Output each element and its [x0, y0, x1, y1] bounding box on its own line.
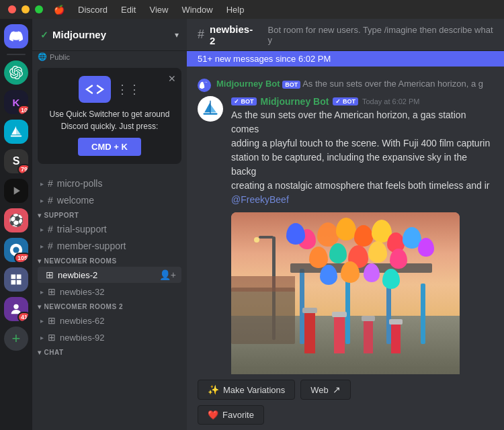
add-member-icon[interactable]: 👤+ [159, 269, 176, 280]
new-messages-bar[interactable]: 51+ new messages since 6:02 PM [187, 51, 504, 67]
apple-menu[interactable]: 🍎 [54, 5, 65, 15]
server-dropdown-icon: ▾ [175, 30, 179, 40]
edit-menu[interactable]: Edit [121, 5, 136, 15]
balloon-teal-1 [329, 243, 347, 263]
external-link-icon: ↗ [333, 384, 341, 395]
streetlight-arm [259, 236, 274, 239]
category-newcomer-rooms[interactable]: ▾ NEWCOMER ROOMS [32, 255, 187, 266]
server-bar: K 10 S 79 ⚽ 105 41 [0, 19, 32, 430]
compact-author: Midjourney Bot [216, 79, 280, 89]
balloon-yellow-3 [368, 241, 387, 263]
channel-item-member-support[interactable]: ▸ # member-support [38, 238, 181, 254]
channel-name: welcome [57, 195, 94, 206]
category-arrow: ▾ [38, 349, 42, 356]
server-icon-blue[interactable]: 105 [4, 238, 28, 262]
channel-item-newbies-92[interactable]: ▸ ⊞ newbies-92 [38, 329, 181, 345]
server-icon-soccer[interactable]: ⚽ [4, 208, 28, 232]
svg-rect-0 [11, 136, 22, 137]
action-bar: ✨ Make Variations Web ↗ [187, 374, 504, 405]
app-name[interactable]: Discord [78, 5, 108, 15]
menu-bar: 🍎 Discord Edit View Window Help [54, 5, 244, 15]
hash-icon: # [48, 224, 53, 234]
hash-icon: ⊞ [48, 315, 56, 326]
balloons-cluster [286, 218, 442, 308]
balloon-blue-3 [320, 265, 337, 285]
channel-item-trial-support[interactable]: ▸ # trial-support [38, 221, 181, 237]
category-arrow: ▾ [38, 257, 42, 265]
make-variations-button[interactable]: ✨ Make Variations [198, 380, 295, 400]
hash-icon: ⊞ [48, 332, 56, 343]
svg-rect-5 [11, 280, 16, 285]
quick-switcher-text: Use Quick Switcher to get around Discord… [46, 108, 173, 132]
balloon-purple-1 [418, 238, 434, 257]
channel-item-micro-polls[interactable]: ▸ # micro-polls [38, 175, 181, 191]
make-variations-label: Make Variations [223, 385, 285, 395]
message-mention: @FreekyBeef [231, 194, 289, 205]
channel-item-welcome[interactable]: ▸ # welcome [38, 192, 181, 208]
favorite-button[interactable]: ❤️ Favorite [198, 405, 264, 425]
window-menu[interactable]: Window [181, 5, 212, 15]
quick-switcher-dots: ⋮⋮ [116, 82, 140, 97]
pump-1 [304, 312, 315, 353]
quick-switcher-icon-row: ⋮⋮ [46, 76, 173, 103]
hash-icon: # [48, 241, 53, 251]
hash-icon: ⊞ [46, 269, 54, 280]
message-content: ✓ BOT Midjourney Bot ✓ BOT Today at 6:02… [231, 96, 493, 374]
favorite-label: Favorite [222, 410, 254, 420]
server-icon-chatgpt[interactable] [4, 60, 28, 85]
chat-channel-desc: Bot room for new users. Type /imagine th… [268, 25, 493, 45]
gas-station-artwork [231, 212, 460, 374]
server-divider [7, 54, 26, 55]
message-text: As the sun sets over the American horizo… [231, 108, 493, 207]
server-icon-purple[interactable]: 41 [4, 297, 28, 321]
server-header[interactable]: ✓ Midjourney ▾ [32, 19, 187, 51]
channel-name: newbies-2 [58, 270, 97, 280]
help-menu[interactable]: Help [226, 5, 245, 15]
svg-point-7 [13, 304, 18, 309]
server-icon-kaiber[interactable]: K 10 [4, 90, 28, 114]
balloon-orange-4 [341, 261, 360, 283]
category-support[interactable]: ▾ SUPPORT [32, 209, 187, 220]
building [231, 288, 295, 344]
pump-2 [334, 316, 345, 353]
quick-switcher-shortcut-button[interactable]: CMD + K [78, 138, 141, 156]
quick-switcher-close[interactable]: ✕ [168, 73, 176, 84]
compact-message-text: As the sun sets over the American horizo… [302, 79, 483, 89]
view-menu[interactable]: View [149, 5, 168, 15]
channel-arrow-icon: ▸ [40, 317, 44, 325]
channel-hash-icon: # [198, 28, 204, 42]
minimize-button[interactable] [22, 5, 30, 13]
web-button[interactable]: Web ↗ [300, 380, 351, 400]
channel-item-newbies-32[interactable]: ▸ ⊞ newbies-32 [38, 284, 181, 300]
bot-avatar [198, 96, 223, 122]
category-newcomer-rooms-2[interactable]: ▾ NEWCOMER ROOMS 2 [32, 300, 187, 312]
message-header: ✓ BOT Midjourney Bot ✓ BOT Today at 6:02… [231, 96, 493, 107]
compact-text: Midjourney Bot BOT As the sun sets over … [216, 79, 493, 89]
quick-switcher-shortcut-container: CMD + K [46, 138, 173, 156]
server-icon-arrow[interactable] [4, 179, 28, 203]
channel-arrow-icon: ▸ [40, 226, 44, 233]
maximize-button[interactable] [35, 5, 43, 13]
server-icon-sailboat[interactable] [4, 120, 28, 144]
favorite-bar: ❤️ Favorite [187, 405, 504, 430]
server-icon-s[interactable]: S 79 [4, 149, 28, 173]
server-icon-discord[interactable] [4, 24, 28, 48]
channel-arrow-icon: ▸ [40, 334, 44, 341]
channel-name: newbies-92 [60, 333, 105, 343]
app-layout: K 10 S 79 ⚽ 105 41 [0, 19, 504, 430]
balloon-teal-2 [382, 269, 400, 289]
svg-rect-3 [11, 275, 16, 280]
server-icon-grid[interactable] [4, 267, 28, 292]
close-button[interactable] [8, 5, 16, 13]
channel-item-newbies-62[interactable]: ▸ ⊞ newbies-62 [38, 312, 181, 329]
category-chat[interactable]: ▾ CHAT [32, 346, 187, 357]
pump-4 [391, 323, 401, 353]
channel-arrow-icon: ▸ [40, 180, 44, 187]
hash-icon: ⊞ [48, 286, 56, 297]
svg-rect-4 [17, 275, 22, 280]
add-server-button[interactable]: + [4, 327, 28, 351]
server-check-icon: ✓ [40, 30, 48, 40]
channel-item-newbies-2[interactable]: ⊞ newbies-2 👤+ [38, 267, 181, 283]
quick-switcher-overlay: ✕ ⋮⋮ Use Quick Switcher to get around Di… [38, 68, 181, 164]
chat-messages: Midjourney Bot BOT As the sun sets over … [187, 67, 504, 374]
